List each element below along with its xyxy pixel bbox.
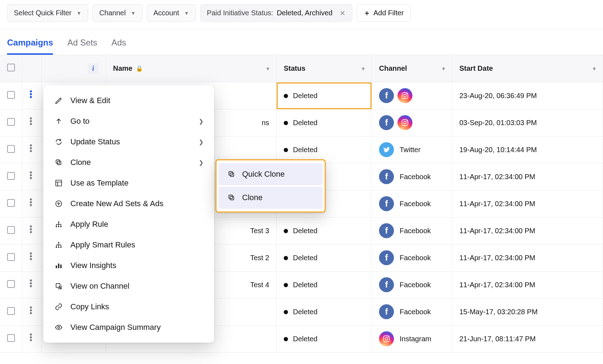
submenu-clone[interactable]: Clone xyxy=(219,187,322,209)
row-date-cell: 23-Aug-20, 06:36:49 PM xyxy=(452,82,603,109)
channel-label: Facebook xyxy=(400,308,431,316)
row-date-cell: 03-Sep-20, 01:03:03 PM xyxy=(452,109,603,136)
checkbox-icon[interactable] xyxy=(7,91,15,99)
row-actions-cell[interactable]: ••• xyxy=(22,82,42,109)
status-dot-icon xyxy=(284,121,288,125)
checkbox-icon[interactable] xyxy=(7,145,15,153)
row-checkbox-cell[interactable] xyxy=(0,217,22,244)
row-actions-cell[interactable]: ••• xyxy=(22,298,42,325)
channel-filter-dropdown[interactable]: Channel ▼ xyxy=(92,4,142,22)
row-actions-cell[interactable]: ••• xyxy=(22,244,42,271)
start-date-header[interactable]: Start Date▾ xyxy=(452,55,603,82)
checkbox-icon[interactable] xyxy=(7,199,15,207)
svg-point-17 xyxy=(58,242,59,243)
row-checkbox-cell[interactable] xyxy=(0,244,22,271)
row-checkbox-cell[interactable] xyxy=(0,82,22,109)
row-channel-cell: fFacebook xyxy=(372,298,452,325)
menu-create-adsets[interactable]: Create New Ad Sets & Ads xyxy=(43,193,214,214)
row-status-cell: Deleted xyxy=(277,82,372,109)
name-header[interactable]: Name 🔒▾ xyxy=(106,55,277,82)
kebab-icon[interactable]: ••• xyxy=(30,333,32,341)
kebab-icon[interactable]: ••• xyxy=(30,144,32,152)
row-actions-cell[interactable]: ••• xyxy=(22,325,42,352)
kebab-icon[interactable]: ••• xyxy=(30,198,32,206)
row-date-cell: 11-Apr-17, 02:34:00 PM xyxy=(452,271,603,298)
chevron-right-icon: ❯ xyxy=(199,159,203,166)
status-filter-chip[interactable]: Paid Initiative Status: Deleted, Archive… xyxy=(200,4,353,22)
checkbox-icon[interactable] xyxy=(7,307,15,315)
channel-label: Facebook xyxy=(400,281,431,289)
tab-adsets[interactable]: Ad Sets xyxy=(67,33,97,55)
kebab-icon[interactable]: ••• xyxy=(30,225,32,233)
kebab-icon[interactable]: ••• xyxy=(30,90,32,98)
row-actions-cell[interactable]: ••• xyxy=(22,190,42,217)
tab-bar: Campaigns Ad Sets Ads xyxy=(0,29,603,55)
status-filter-value: Deleted, Archived xyxy=(277,9,332,17)
plus-circle-icon xyxy=(54,200,63,208)
chevron-down-icon[interactable]: ▾ xyxy=(362,66,364,71)
channel-label: Twitter xyxy=(400,146,421,154)
row-actions-cell[interactable]: ••• xyxy=(22,163,42,190)
checkbox-icon[interactable] xyxy=(7,64,15,71)
quick-filter-label: Select Quick Filter xyxy=(14,9,71,17)
menu-view-channel[interactable]: View on Channel xyxy=(43,276,214,296)
instagram-icon xyxy=(397,88,412,103)
checkbox-icon[interactable] xyxy=(7,280,15,288)
menu-apply-smart-rules[interactable]: Apply Smart Rules xyxy=(43,235,214,255)
checkbox-icon[interactable] xyxy=(7,253,15,261)
checkbox-icon[interactable] xyxy=(7,334,15,342)
kebab-icon[interactable]: ••• xyxy=(30,171,32,179)
menu-goto[interactable]: Go to ❯ xyxy=(43,111,214,132)
menu-view-insights[interactable]: View Insights xyxy=(43,255,214,276)
row-actions-cell[interactable]: ••• xyxy=(22,271,42,298)
row-channel-cell: fFacebook xyxy=(372,271,452,298)
kebab-icon[interactable]: ••• xyxy=(30,306,32,314)
menu-view-summary[interactable]: View Campaign Summary xyxy=(43,317,214,338)
add-filter-label: Add Filter xyxy=(373,9,404,17)
menu-label: View Campaign Summary xyxy=(70,323,161,332)
row-checkbox-cell[interactable] xyxy=(0,136,22,163)
info-icon[interactable]: i xyxy=(88,63,98,74)
row-channel-cell: Twitter xyxy=(372,136,452,163)
row-checkbox-cell[interactable] xyxy=(0,271,22,298)
row-checkbox-cell[interactable] xyxy=(0,109,22,136)
submenu-quick-clone[interactable]: Quick Clone xyxy=(219,163,322,185)
channel-filter-label: Channel xyxy=(99,9,126,17)
row-actions-cell[interactable]: ••• xyxy=(22,136,42,163)
checkbox-icon[interactable] xyxy=(7,172,15,180)
row-channel-cell: f xyxy=(372,109,452,136)
tab-campaigns[interactable]: Campaigns xyxy=(7,33,53,55)
chevron-down-icon[interactable]: ▾ xyxy=(267,66,269,71)
menu-clone[interactable]: Clone ❯ xyxy=(43,152,214,173)
add-filter-button[interactable]: ＋ Add Filter xyxy=(357,4,411,22)
kebab-icon[interactable]: ••• xyxy=(30,279,32,287)
menu-label: Apply Smart Rules xyxy=(70,240,135,250)
account-filter-dropdown[interactable]: Account ▼ xyxy=(147,4,196,22)
status-header[interactable]: Status▾ xyxy=(277,55,372,82)
close-icon[interactable]: ✕ xyxy=(340,9,346,17)
chevron-down-icon[interactable]: ▾ xyxy=(593,66,596,71)
row-actions-cell[interactable]: ••• xyxy=(22,217,42,244)
menu-apply-rule[interactable]: Apply Rule xyxy=(43,214,214,235)
menu-copy-links[interactable]: Copy Links xyxy=(43,296,214,317)
checkbox-icon[interactable] xyxy=(7,118,15,126)
row-checkbox-cell[interactable] xyxy=(0,190,22,217)
menu-use-template[interactable]: Use as Template xyxy=(43,173,214,193)
kebab-icon[interactable]: ••• xyxy=(30,252,32,260)
checkbox-icon[interactable] xyxy=(7,226,15,234)
menu-view-edit[interactable]: View & Edit xyxy=(43,90,214,111)
kebab-icon[interactable]: ••• xyxy=(30,117,32,125)
menu-update-status[interactable]: Update Status ❯ xyxy=(43,132,214,152)
select-all-header[interactable] xyxy=(0,55,22,82)
row-actions-cell[interactable]: ••• xyxy=(22,109,42,136)
svg-rect-10 xyxy=(56,160,60,164)
chevron-down-icon[interactable]: ▾ xyxy=(442,66,445,71)
row-checkbox-cell[interactable] xyxy=(0,325,22,352)
row-status-cell: Deleted xyxy=(277,217,372,244)
channel-header[interactable]: Channel▾ xyxy=(372,55,452,82)
row-checkbox-cell[interactable] xyxy=(0,163,22,190)
tab-ads[interactable]: Ads xyxy=(111,33,126,55)
quick-filter-dropdown[interactable]: Select Quick Filter ▼ xyxy=(7,4,88,22)
row-checkbox-cell[interactable] xyxy=(0,298,22,325)
facebook-icon: f xyxy=(379,277,394,292)
